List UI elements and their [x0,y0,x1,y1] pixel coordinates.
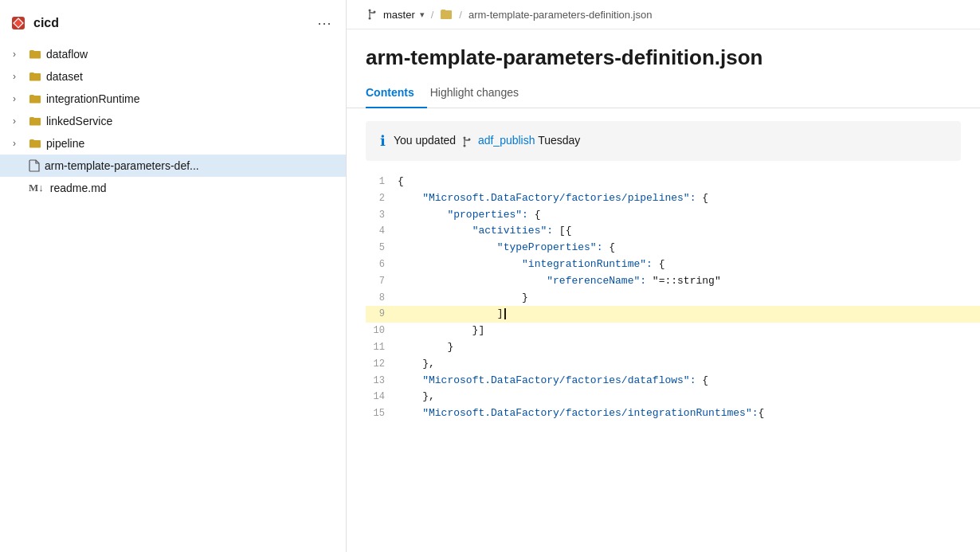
line-number: 14 [366,389,398,405]
table-row: 4 "activities": [{ [366,223,980,240]
line-number: 9 [366,306,398,323]
line-content: } [398,339,980,356]
folder-icon [29,71,41,82]
chevron-icon: › [13,115,24,127]
repo-title: cicd [10,14,59,32]
folder-icon [29,138,41,149]
branch-link[interactable]: adf_publish [478,134,535,147]
table-row: 14 }, [366,389,980,405]
info-banner: ℹ You updated adf_publish Tuesday [366,121,961,161]
line-content: { [398,174,980,190]
svg-point-6 [464,136,466,139]
folder-icon [29,115,41,127]
line-content: "Microsoft.DataFactory/factories/dataflo… [398,373,980,390]
folder-label: integrationRuntime [46,92,140,105]
tab-contents[interactable]: Contents [366,80,427,108]
table-row: 7 "referenceName": "=::string" [366,273,980,290]
line-content: "integrationRuntime": { [398,256,980,273]
table-row: 15 "Microsoft.DataFactory/factories/inte… [366,405,980,422]
line-content: }] [398,323,980,339]
repo-icon [10,14,27,32]
info-day: Tuesday [538,134,580,147]
line-content: } [398,290,980,307]
chevron-icon: › [13,71,24,82]
folder-icon [29,49,41,60]
sidebar-item-integrationRuntime[interactable]: › integrationRuntime [0,88,346,110]
svg-point-4 [369,18,371,20]
main-content: master ▾ / / arm-template-parameters-def… [347,0,980,552]
path-separator: / [459,9,462,21]
sidebar-item-readme[interactable]: › M↓ readme.md [0,177,346,199]
table-row: 5 "typeProperties": { [366,240,980,256]
breadcrumb-filename: arm-template-parameters-definition.json [468,9,652,21]
table-row: 1{ [366,174,980,190]
md-label: readme.md [50,182,107,194]
line-number: 3 [366,207,398,224]
line-content: "Microsoft.DataFactory/factories/integra… [398,405,980,422]
table-row: 3 "properties": { [366,207,980,224]
table-row: 8 } [366,290,980,307]
folder-breadcrumb-icon [440,9,453,20]
folder-label: linkedService [46,115,112,127]
sidebar-tree: › dataflow › dataset › integrationRuntim… [0,43,346,199]
tab-bar: Contents Highlight changes [347,80,980,108]
folder-label: dataset [46,70,83,83]
line-number: 13 [366,373,398,390]
sidebar-item-arm-template-parameters-def[interactable]: › arm-template-parameters-def... [0,155,346,177]
file-heading: arm-template-parameters-definition.json [347,29,980,80]
table-row: 2 "Microsoft.DataFactory/factories/pipel… [366,190,980,207]
line-number: 12 [366,356,398,373]
chevron-icon: › [13,138,24,149]
svg-point-3 [369,10,371,12]
breadcrumb-bar: master ▾ / / arm-template-parameters-def… [347,0,980,29]
line-number: 1 [366,174,398,190]
branch-name: master [383,9,415,21]
sidebar-item-pipeline[interactable]: › pipeline [0,132,346,155]
sidebar-item-dataflow[interactable]: › dataflow [0,43,346,65]
line-number: 4 [366,223,398,240]
code-area[interactable]: 1{2 "Microsoft.DataFactory/factories/pip… [366,174,980,552]
info-text: You updated adf_publish Tuesday [394,134,580,147]
sidebar: cicd ⋯ › dataflow › dataset › in [0,0,347,552]
branch-chevron-icon[interactable]: ▾ [420,10,425,20]
repo-name: cicd [33,16,59,30]
code-table: 1{2 "Microsoft.DataFactory/factories/pip… [366,174,980,422]
table-row: 9 ] [366,306,980,323]
line-number: 2 [366,190,398,207]
line-content: }, [398,356,980,373]
line-content: ] [398,306,980,323]
line-content: "Microsoft.DataFactory/factories/pipelin… [398,190,980,207]
sidebar-item-dataset[interactable]: › dataset [0,65,346,88]
line-content: "referenceName": "=::string" [398,273,980,290]
line-number: 6 [366,256,398,273]
more-options-button[interactable]: ⋯ [312,13,336,33]
folder-label: dataflow [46,48,88,61]
folder-label: pipeline [46,137,84,150]
table-row: 11 } [366,339,980,356]
line-number: 15 [366,405,398,422]
line-number: 8 [366,290,398,307]
line-number: 11 [366,339,398,356]
file-title: arm-template-parameters-definition.json [366,45,961,70]
line-content: "properties": { [398,207,980,224]
table-row: 6 "integrationRuntime": { [366,256,980,273]
svg-point-7 [464,144,466,147]
folder-icon [29,93,41,104]
table-row: 13 "Microsoft.DataFactory/factories/data… [366,373,980,390]
info-branch-icon [461,135,473,148]
table-row: 12 }, [366,356,980,373]
file-icon [29,159,40,172]
branch-icon [366,8,378,21]
sidebar-header: cicd ⋯ [0,6,346,43]
sidebar-item-linkedService[interactable]: › linkedService [0,110,346,132]
separator: / [431,9,434,21]
md-icon: M↓ [29,182,44,194]
line-number: 5 [366,240,398,256]
line-content: "typeProperties": { [398,240,980,256]
line-number: 7 [366,273,398,290]
line-content: }, [398,389,980,405]
cursor [504,308,506,319]
chevron-icon: › [13,93,24,104]
line-number: 10 [366,323,398,339]
tab-highlight-changes[interactable]: Highlight changes [427,80,531,108]
